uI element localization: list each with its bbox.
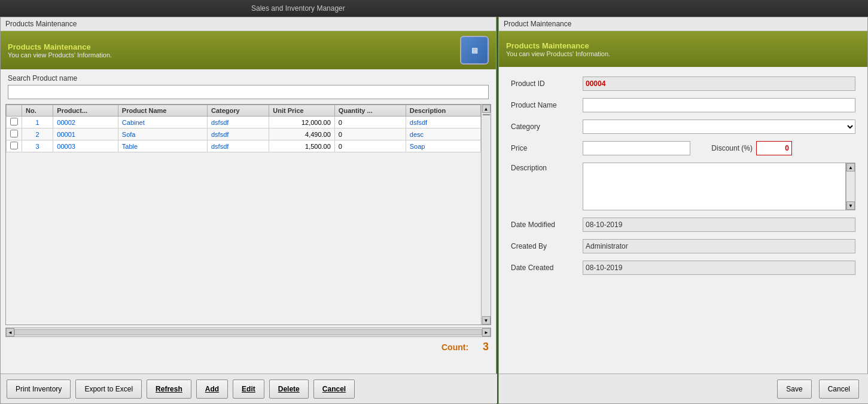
col-unit-price: Unit Price [269,105,335,117]
main-cancel-button[interactable]: Cancel [313,379,355,399]
date-created-field[interactable] [583,261,855,275]
main-header-subtitle: You can view Products' Information. [8,51,112,59]
row-category: dsfsdf [207,128,269,140]
created-by-row: Created By [511,239,855,253]
row-description: dsfsdf [406,117,480,128]
product-id-label: Product ID [511,79,583,88]
scroll-down-btn[interactable]: ▼ [482,316,491,325]
row-checkbox[interactable] [7,128,22,140]
row-checkbox[interactable] [7,140,22,152]
refresh-label: Refresh [156,385,182,393]
date-modified-field[interactable] [583,218,855,232]
main-header-text: Products Maintenance You can view Produc… [8,42,112,59]
desc-scroll-down[interactable]: ▼ [846,201,855,210]
scroll-up-btn[interactable]: ▲ [482,105,491,113]
table-row[interactable]: 1 00002 Cabinet dsfsdf 12,000.00 0 dsfsd… [7,117,481,128]
row-category: dsfsdf [207,117,269,128]
add-label: Add [205,385,219,393]
add-button[interactable]: Add [196,379,228,399]
date-modified-label: Date Modified [511,221,583,229]
footer-buttons: Print Inventory Export to Excel Refresh … [1,374,497,403]
form-body: Product ID Product Name Category Price D… [499,67,867,292]
date-created-row: Date Created [511,261,855,275]
row-unit-price: 12,000.00 [269,117,335,128]
refresh-button[interactable]: Refresh [147,379,191,399]
col-product-name: Product Name [118,105,207,117]
row-quantity: 0 [334,140,406,152]
desc-scrollbar[interactable]: ▲ ▼ [846,163,855,210]
form-header-subtitle: You can view Products' Information. [506,50,610,57]
col-description: Description [406,105,480,117]
row-unit-price: 4,490.00 [269,128,335,140]
count-area: Count: 3 [1,337,496,357]
category-label: Category [511,123,583,131]
edit-label: Edit [242,385,255,393]
row-quantity: 0 [334,117,406,128]
table-header-row: No. Product... Product Name Category Uni… [7,105,481,117]
header-icon: ▩ [460,36,489,65]
search-input[interactable] [8,85,489,99]
product-name-row: Product Name [511,98,855,112]
right-panel: Product Maintenance Products Maintenance… [498,17,868,404]
delete-button[interactable]: Delete [269,379,309,399]
col-quantity: Quantity ... [334,105,406,117]
col-checkbox [7,105,22,117]
description-field[interactable] [583,163,846,210]
app-title: Sales and Inventory Manager [251,4,345,13]
created-by-field[interactable] [583,239,855,253]
table-row[interactable]: 3 00003 Table dsfsdf 1,500.00 0 Soap [7,140,481,152]
product-table: No. Product... Product Name Category Uni… [6,105,481,152]
col-category: Category [207,105,269,117]
desc-scroll-up[interactable]: ▲ [846,163,855,172]
row-description: Soap [406,140,480,152]
row-checkbox[interactable] [7,117,22,128]
row-unit-price: 1,500.00 [269,140,335,152]
table-row[interactable]: 2 00001 Sofa dsfsdf 4,490.00 0 desc [7,128,481,140]
description-row: Description ▲ ▼ [511,163,855,210]
form-cancel-button[interactable]: Cancel [819,379,859,399]
product-name-field[interactable] [583,98,855,112]
print-inventory-button[interactable]: Print Inventory [7,379,71,399]
row-product-id: 00003 [53,140,118,152]
product-id-row: Product ID [511,76,855,91]
price-field[interactable] [583,141,690,155]
app-title-bar: Sales and Inventory Manager [0,0,868,17]
count-label: Count: [441,342,468,352]
table-scrollbar-v[interactable]: ▲ ▼ [481,105,491,325]
date-created-label: Date Created [511,264,583,272]
scroll-left-btn[interactable]: ◄ [6,328,14,336]
table-scrollbar-h[interactable]: ◄ ► [5,328,491,337]
main-header-title: Products Maintenance [8,42,112,51]
edit-button[interactable]: Edit [233,379,264,399]
row-no: 2 [22,128,53,140]
row-no: 3 [22,140,53,152]
row-product-id: 00001 [53,128,118,140]
col-product-id: Product... [53,105,118,117]
chart-icon: ▩ [471,46,478,54]
row-product-name: Cabinet [118,117,207,128]
export-to-excel-button[interactable]: Export to Excel [75,379,142,399]
discount-field[interactable] [756,141,792,155]
save-button[interactable]: Save [777,379,811,399]
right-window-title: Product Maintenance [504,20,571,28]
discount-label: Discount (%) [702,144,756,152]
product-id-field[interactable] [583,76,855,91]
form-header-bar: Products Maintenance You can view Produc… [499,31,867,67]
row-product-name: Table [118,140,207,152]
form-footer-buttons: Save Cancel [499,374,868,403]
price-label: Price [511,144,583,152]
created-by-label: Created By [511,242,583,250]
main-window: Products Maintenance Products Maintenanc… [0,17,497,404]
main-window-titlebar: Products Maintenance [1,17,496,31]
category-select[interactable] [583,120,855,134]
category-row: Category [511,120,855,134]
row-quantity: 0 [334,128,406,140]
row-product-id: 00002 [53,117,118,128]
main-window-title: Products Maintenance [5,20,77,28]
form-header-text: Products Maintenance You can view Produc… [506,41,610,57]
product-table-container: No. Product... Product Name Category Uni… [5,104,491,325]
scroll-right-btn[interactable]: ► [482,328,491,336]
scroll-thumb[interactable] [483,114,490,115]
col-no: No. [22,105,53,117]
search-label: Search Product name [8,74,489,82]
